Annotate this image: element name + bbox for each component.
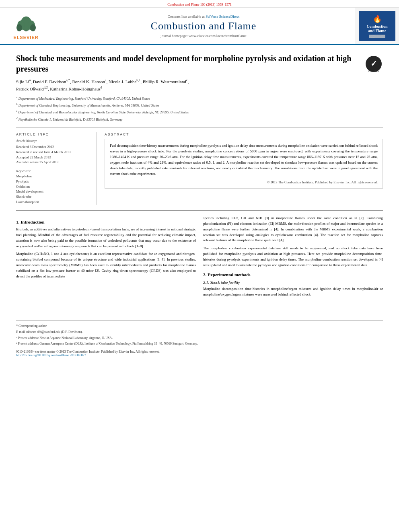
title-row: Shock tube measurements and model develo…	[16, 53, 383, 78]
revised-date: Received in revised form 4 March 2013	[16, 150, 90, 155]
svg-text:✓: ✓	[370, 59, 377, 68]
divider-1	[16, 127, 383, 127]
keyword-1: Morpholine	[16, 174, 90, 179]
keywords-section: Keywords: Morpholine Pyrolysis Oxidation…	[16, 169, 90, 205]
intro-para1: Biofuels, as additives and alternatives …	[16, 227, 196, 249]
article-history-label: Article history:	[16, 139, 90, 143]
flame-icon: 🔥	[373, 14, 382, 23]
doi-line: 0010-2180/$ - see front matter © 2013 Th…	[0, 350, 399, 361]
intro-right-para2: The morpholine combustion experimental d…	[203, 246, 383, 268]
footnote-2: ² Present address: German Aerospace Cent…	[16, 341, 383, 347]
journal-header: ELSEVIER Contents lists available at Sci…	[0, 8, 399, 45]
copyright-line: © 2013 The Combustion Institute. Publish…	[110, 180, 378, 184]
abstract-box: Fuel decomposition time-history measurem…	[105, 139, 383, 189]
intro-para2: Morpholine (C₄H₉NO, 1-oxa-4-aza-cyclohex…	[16, 251, 196, 279]
flame-logo-title-line2: and Flame	[368, 29, 386, 33]
header-center: Contents lists available at SciVerse Sci…	[52, 8, 355, 44]
intro-right-para1: species including CH₂, CH and NH₂ [3] in…	[203, 216, 383, 244]
top-bar: Combustion and Flame 160 (2013) 1559–157…	[0, 0, 399, 8]
footnotes: * Corresponding author. E-mail address: …	[0, 320, 399, 347]
svg-text:CrossMark: CrossMark	[368, 70, 379, 72]
abstract-column: ABSTRACT Fuel decomposition time-history…	[105, 132, 383, 205]
elsevier-logo-box: ELSEVIER	[0, 8, 52, 44]
issn-line: 0010-2180/$ - see front matter © 2013 Th…	[16, 350, 160, 353]
keywords-label: Keywords:	[16, 169, 90, 173]
body-right-column: species including CH₂, CH and NH₂ [3] in…	[203, 216, 383, 300]
elsevier-label: ELSEVIER	[13, 35, 38, 40]
flame-logo-sub: ▓▓▓▓▓▓▓▓	[369, 35, 385, 38]
journal-homepage: journal homepage: www.elsevier.com/locat…	[160, 34, 246, 38]
svg-point-4	[16, 24, 22, 31]
footnote-star: * Corresponding author.	[16, 324, 383, 329]
sciverse-line: Contents lists available at SciVerse Sci…	[168, 14, 240, 18]
svg-point-5	[30, 24, 36, 31]
info-abstract-row: ARTICLE INFO Article history: Received 6…	[16, 132, 383, 205]
affiliation-c: c Department of Chemical and Biomolecula…	[16, 109, 383, 115]
section21-heading: 2.1. Shock tube facility	[203, 280, 383, 285]
crossmark-badge: ✓ CrossMark	[365, 55, 383, 73]
paper-body: Shock tube measurements and model develo…	[0, 45, 399, 308]
flame-logo-title-line1: Combustion	[366, 24, 387, 29]
keyword-2: Pyrolysis	[16, 179, 90, 184]
affiliation-a: a Department of Mechanical Engineering, …	[16, 95, 383, 101]
affiliations: a Department of Mechanical Engineering, …	[16, 95, 383, 123]
flame-logo-inner: 🔥 Combustion and Flame ▓▓▓▓▓▓▓▓	[359, 11, 395, 41]
intro-heading: 1. Introduction	[16, 220, 196, 224]
section2-heading: 2. Experimental methods	[203, 272, 383, 277]
abstract-text: Fuel decomposition time-history measurem…	[110, 143, 378, 177]
footnote-1: ¹ Present address: Now at Argonne Nation…	[16, 336, 383, 341]
keyword-6: Laser absorption	[16, 199, 90, 205]
two-column-body: 1. Introduction Biofuels, as additives a…	[16, 216, 383, 300]
keyword-4: Model development	[16, 189, 90, 194]
sciverse-link[interactable]: SciVerse ScienceDirect	[206, 14, 239, 18]
authors-line: Sijie Lia, David F. Davidsona,*, Ronald …	[16, 78, 383, 93]
affiliation-d: d Physikalische Chemie 1, Universität Bi…	[16, 116, 383, 122]
paper-title: Shock tube measurements and model develo…	[16, 53, 358, 74]
body-left-column: 1. Introduction Biofuels, as additives a…	[16, 216, 196, 300]
article-info-column: ARTICLE INFO Article history: Received 6…	[16, 132, 97, 205]
keyword-5: Shock tube	[16, 194, 90, 199]
divider-2	[16, 210, 383, 211]
journal-reference: Combustion and Flame 160 (2013) 1559–157…	[167, 2, 231, 6]
available-date: Available online 25 April 2013	[16, 160, 90, 165]
abstract-label: ABSTRACT	[105, 132, 383, 136]
doi-text: http://dx.doi.org/10.1016/j.combustflame…	[16, 353, 86, 357]
flame-logo-box: 🔥 Combustion and Flame ▓▓▓▓▓▓▓▓	[355, 8, 399, 44]
affiliation-b: b Department of Chemical Engineering, Un…	[16, 102, 383, 108]
elsevier-tree-icon	[12, 12, 40, 33]
journal-title: Combustion and Flame	[151, 20, 257, 32]
section21-para: Morpholine decomposition time-histories …	[203, 286, 383, 298]
received-date: Received 6 December 2012	[16, 144, 90, 150]
accepted-date: Accepted 22 March 2013	[16, 155, 90, 160]
article-info-label: ARTICLE INFO	[16, 132, 90, 136]
keyword-3: Oxidation	[16, 184, 90, 189]
footnote-email: E-mail address: dfd@stanford.edu (D.F. D…	[16, 330, 383, 335]
